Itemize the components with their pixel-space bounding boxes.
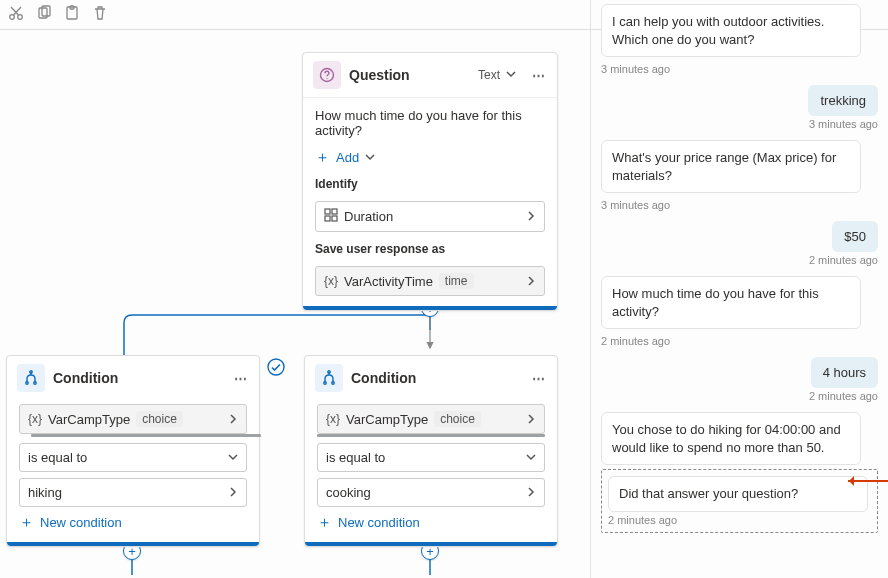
variable-field[interactable]: {x} VarCampType choice (317, 404, 545, 434)
followup-group: Did that answer your question? 2 minutes… (601, 469, 878, 533)
timestamp: 3 minutes ago (601, 199, 878, 211)
svg-rect-11 (332, 216, 337, 221)
operator-field[interactable]: is equal to (317, 443, 545, 472)
bot-message: Did that answer your question? (608, 476, 868, 512)
cut-icon[interactable] (8, 5, 24, 24)
user-message: $50 (832, 221, 878, 252)
operator-field[interactable]: is equal to (19, 443, 247, 472)
timestamp: 3 minutes ago (601, 63, 878, 75)
variable-field[interactable]: {x} VarCampType choice (19, 404, 247, 434)
bot-message: How much time do you have for this activ… (601, 276, 861, 329)
entity-icon (324, 208, 338, 225)
chevron-down-icon (526, 450, 536, 465)
save-variable-field[interactable]: {x} VarActivityTime time (315, 266, 545, 296)
chevron-down-icon (365, 150, 375, 165)
authoring-canvas[interactable]: + + + Question Text ⋯ How much time do y… (0, 30, 590, 578)
svg-point-17 (332, 382, 334, 384)
question-icon (313, 61, 341, 89)
question-prompt: How much time do you have for this activ… (315, 108, 545, 138)
identify-label: Identify (315, 177, 545, 191)
variable-icon: {x} (324, 274, 338, 288)
timestamp: 2 minutes ago (608, 514, 871, 526)
more-icon[interactable]: ⋯ (532, 371, 547, 386)
bot-message: I can help you with outdoor activities. … (601, 4, 861, 57)
paste-icon[interactable] (64, 5, 80, 24)
annotation-arrow (848, 480, 888, 482)
variable-icon: {x} (28, 412, 42, 426)
timestamp: 3 minutes ago (809, 118, 878, 130)
svg-point-1 (18, 15, 23, 20)
condition-node[interactable]: Condition ⋯ {x} VarCampType choice is eq… (6, 355, 260, 547)
timestamp: 2 minutes ago (601, 335, 878, 347)
chevron-right-icon (228, 412, 238, 427)
new-condition-button[interactable]: ＋New condition (317, 513, 545, 532)
add-button[interactable]: ＋Add (315, 148, 545, 167)
svg-rect-10 (325, 216, 330, 221)
chevron-right-icon (228, 485, 238, 500)
chat-panel: I can help you with outdoor activities. … (590, 0, 888, 578)
chevron-right-icon (526, 274, 536, 289)
node-title: Condition (53, 370, 226, 386)
chevron-down-icon (228, 450, 238, 465)
node-title: Condition (351, 370, 524, 386)
variable-icon: {x} (326, 412, 340, 426)
more-icon[interactable]: ⋯ (532, 68, 547, 83)
type-pill: time (439, 273, 474, 289)
condition-node[interactable]: Condition ⋯ {x} VarCampType choice is eq… (304, 355, 558, 547)
svg-point-15 (268, 359, 284, 375)
chevron-right-icon (526, 412, 536, 427)
svg-point-16 (324, 382, 326, 384)
check-icon (267, 358, 285, 376)
timestamp: 2 minutes ago (809, 254, 878, 266)
node-title: Question (349, 67, 470, 83)
more-icon[interactable]: ⋯ (234, 371, 249, 386)
save-label: Save user response as (315, 242, 545, 256)
bot-message: What's your price range (Max price) for … (601, 140, 861, 193)
branch-icon (17, 364, 45, 392)
bot-message: You chose to do hiking for 04:00:00 and … (601, 412, 861, 465)
chevron-right-icon (526, 485, 536, 500)
delete-icon[interactable] (92, 5, 108, 24)
user-message: 4 hours (811, 357, 878, 388)
type-pill: choice (136, 411, 183, 427)
svg-rect-8 (325, 209, 330, 214)
svg-point-0 (10, 15, 15, 20)
chevron-right-icon (526, 209, 536, 224)
svg-point-12 (26, 382, 28, 384)
value-field[interactable]: cooking (317, 478, 545, 507)
svg-rect-9 (332, 209, 337, 214)
new-condition-button[interactable]: ＋New condition (19, 513, 247, 532)
timestamp: 2 minutes ago (809, 390, 878, 402)
question-node[interactable]: Question Text ⋯ How much time do you hav… (302, 52, 558, 311)
chevron-down-icon (506, 68, 516, 82)
branch-icon (315, 364, 343, 392)
output-type[interactable]: Text (478, 68, 516, 82)
value-field[interactable]: hiking (19, 478, 247, 507)
svg-point-13 (34, 382, 36, 384)
identify-field[interactable]: Duration (315, 201, 545, 232)
type-pill: choice (434, 411, 481, 427)
copy-icon[interactable] (36, 5, 52, 24)
svg-point-7 (326, 78, 327, 79)
user-message: trekking (808, 85, 878, 116)
